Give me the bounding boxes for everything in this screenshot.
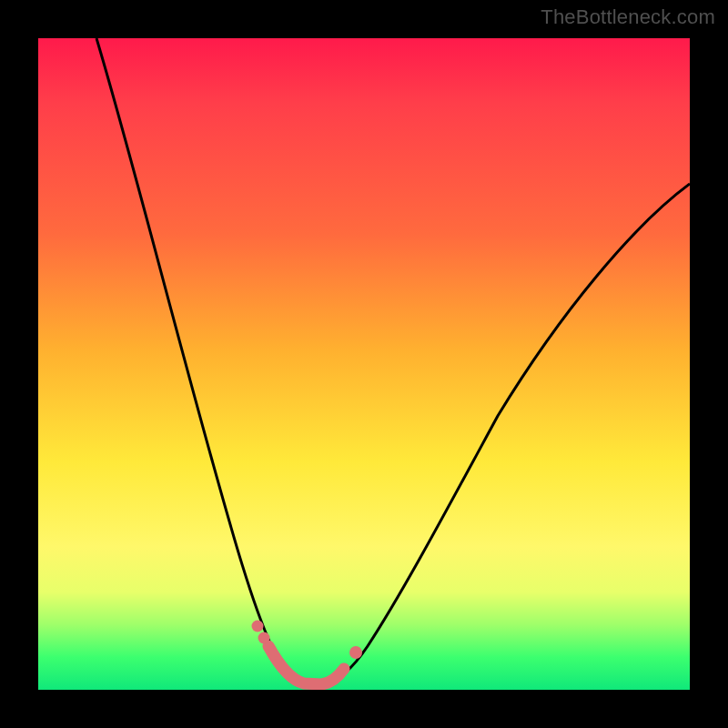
marker-dot-left-1 [252, 621, 264, 632]
chart-frame: TheBottleneck.com [0, 0, 728, 728]
bottom-marker-segment [268, 646, 344, 684]
marker-dot-left-2 [258, 632, 270, 644]
watermark-text: TheBottleneck.com [541, 5, 715, 29]
plot-area [38, 38, 690, 690]
marker-dot-right [349, 646, 362, 659]
curve-path [96, 38, 690, 684]
chart-svg [38, 38, 690, 690]
